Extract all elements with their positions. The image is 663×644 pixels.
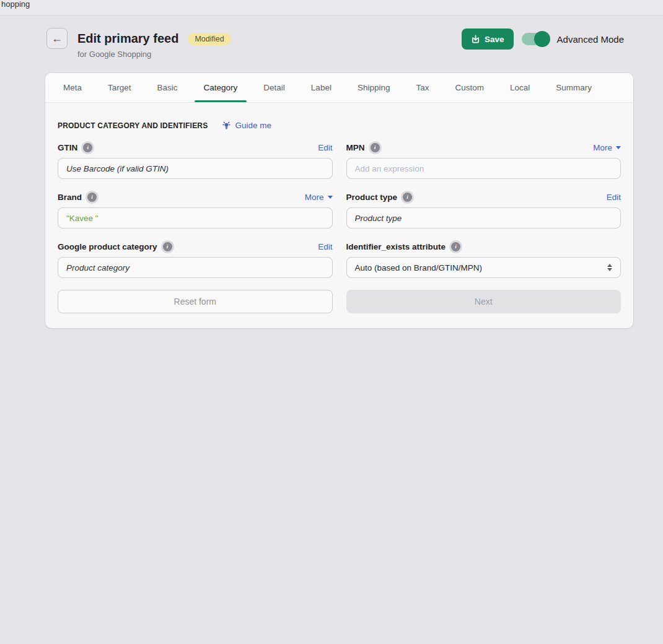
mpn-more-link[interactable]: More <box>593 143 621 152</box>
modified-badge: Modified <box>188 33 231 45</box>
product-type-label: Product type <box>346 193 398 202</box>
product-type-input[interactable] <box>346 207 621 228</box>
page-title: Edit primary feed <box>77 32 178 46</box>
top-strip: hopping <box>0 0 663 15</box>
header-actions: Save Advanced Mode <box>462 28 624 50</box>
tab-tax[interactable]: Tax <box>403 73 442 102</box>
tab-label[interactable]: Label <box>298 73 345 102</box>
lightbulb-icon <box>221 120 232 131</box>
mpn-input[interactable] <box>346 158 621 179</box>
save-label: Save <box>485 35 504 44</box>
back-arrow-icon: ← <box>51 32 63 45</box>
mpn-label: MPN <box>346 143 365 152</box>
identifier-exists-select[interactable]: Auto (based on Brand/GTIN/MPN) <box>346 257 621 278</box>
gtin-input[interactable] <box>58 158 333 179</box>
google-product-category-label: Google product category <box>58 242 157 251</box>
field-gtin: GTIN i Edit <box>58 141 333 179</box>
tab-summary[interactable]: Summary <box>543 73 605 102</box>
select-stepper-icon <box>607 264 612 271</box>
tab-basic[interactable]: Basic <box>144 73 191 102</box>
page-subtitle: for Google Shopping <box>77 50 151 59</box>
field-identifier-exists: Identifier_exists attribute i Auto (base… <box>346 240 621 278</box>
gtin-edit-link[interactable]: Edit <box>318 143 332 152</box>
breadcrumb-partial-text: hopping <box>1 0 30 9</box>
info-icon[interactable]: i <box>83 143 92 152</box>
advanced-mode-toggle[interactable] <box>522 33 548 45</box>
info-icon[interactable]: i <box>87 193 97 202</box>
field-google-product-category: Google product category i Edit <box>58 240 333 278</box>
info-icon[interactable]: i <box>371 143 380 152</box>
save-icon <box>471 35 480 44</box>
info-icon[interactable]: i <box>403 193 412 202</box>
google-product-category-edit-link[interactable]: Edit <box>318 242 332 251</box>
brand-label: Brand <box>58 193 82 202</box>
next-button[interactable]: Next <box>346 290 621 313</box>
title-row: Edit primary feed Modified <box>77 32 231 46</box>
reset-form-button[interactable]: Reset form <box>58 290 333 313</box>
tab-local[interactable]: Local <box>497 73 543 102</box>
gtin-label: GTIN <box>58 143 77 152</box>
brand-more-link[interactable]: More <box>305 193 333 202</box>
tab-category[interactable]: Category <box>191 73 251 102</box>
info-icon[interactable]: i <box>163 242 172 251</box>
tab-detail[interactable]: Detail <box>250 73 298 102</box>
save-button[interactable]: Save <box>462 28 514 50</box>
tab-target[interactable]: Target <box>95 73 144 102</box>
feed-editor-card: Meta Target Basic Category Detail Label … <box>45 73 633 328</box>
advanced-mode-label: Advanced Mode <box>557 34 624 45</box>
field-mpn: MPN i More <box>346 141 621 179</box>
guide-me-link[interactable]: Guide me <box>221 120 271 131</box>
identifier-exists-label: Identifier_exists attribute <box>346 242 446 251</box>
identifier-exists-value: Auto (based on Brand/GTIN/MPN) <box>355 263 483 272</box>
category-tab-content: PRODUCT CATEGORY AND IDENTIFIERS Guide m… <box>45 103 633 313</box>
guide-me-label: Guide me <box>235 121 271 130</box>
toggle-knob <box>534 31 550 47</box>
field-brand: Brand i More <box>58 191 333 228</box>
info-icon[interactable]: i <box>451 242 460 251</box>
google-product-category-input[interactable] <box>58 257 333 278</box>
section-heading: PRODUCT CATEGORY AND IDENTIFIERS <box>58 121 208 130</box>
product-type-edit-link[interactable]: Edit <box>607 193 621 202</box>
tab-bar: Meta Target Basic Category Detail Label … <box>45 73 633 103</box>
tab-shipping[interactable]: Shipping <box>345 73 403 102</box>
field-product-type: Product type i Edit <box>346 191 621 228</box>
fields-grid: GTIN i Edit MPN i More Brand <box>58 141 621 313</box>
tab-meta[interactable]: Meta <box>50 73 95 102</box>
section-header-row: PRODUCT CATEGORY AND IDENTIFIERS Guide m… <box>58 120 621 131</box>
brand-input[interactable] <box>58 207 333 228</box>
back-button[interactable]: ← <box>46 28 68 49</box>
tab-custom[interactable]: Custom <box>442 73 497 102</box>
chevron-down-icon <box>616 146 621 149</box>
chevron-down-icon <box>328 196 333 199</box>
